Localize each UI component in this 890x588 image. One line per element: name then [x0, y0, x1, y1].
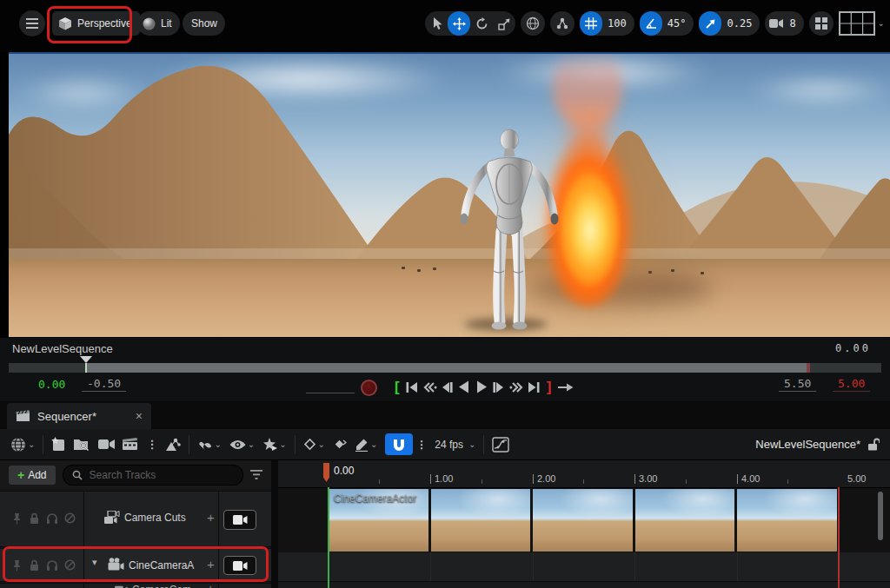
view-range-start-field[interactable]: -0.50 [82, 377, 126, 392]
chrome-mannequin-character[interactable] [448, 129, 569, 332]
add-section-icon[interactable]: + [207, 582, 214, 588]
camera-speed-control[interactable]: 8 [765, 11, 803, 36]
render-movie-button[interactable] [123, 438, 138, 451]
timeline-scrubber[interactable] [9, 363, 881, 373]
show-button[interactable]: Show [183, 11, 225, 36]
chevron-down-icon[interactable]: ⌄ [878, 19, 885, 28]
filter-icon[interactable] [250, 470, 262, 479]
pin-icon[interactable] [11, 512, 23, 525]
create-camera-button[interactable] [98, 439, 115, 450]
wrench-icon [197, 437, 212, 452]
chevron-down-icon: ⌄ [370, 440, 377, 449]
rotation-snap-toggle[interactable] [640, 11, 662, 36]
scrubber-playhead-handle[interactable] [80, 356, 92, 363]
viewport-maximize-widget[interactable]: ⌄ [839, 11, 885, 36]
playback-options-button[interactable]: ⌄ [262, 438, 286, 452]
scale-tool-button[interactable] [493, 11, 515, 36]
jump-to-end-button[interactable] [526, 380, 542, 394]
world-options-button[interactable]: ⌄ [10, 437, 35, 453]
auto-key-button[interactable] [333, 438, 347, 451]
rotation-snap-control[interactable]: 45° [640, 11, 694, 36]
step-back-button[interactable] [439, 380, 455, 394]
current-time-field[interactable]: 0.00 [38, 378, 65, 391]
add-section-icon[interactable]: + [207, 510, 215, 525]
grid-snap-value[interactable]: 100 [602, 17, 634, 30]
lit-button[interactable]: Lit [137, 11, 180, 36]
clip-thumbnail [431, 489, 534, 552]
minor-tick [686, 479, 687, 484]
snap-nodes-icon [555, 17, 569, 30]
lock-icon[interactable] [29, 512, 40, 525]
playback-end-field[interactable]: 5.00 [833, 377, 870, 392]
actions-button[interactable] [165, 438, 181, 452]
viewport-menu-button[interactable] [19, 10, 45, 36]
move-tool-button[interactable] [448, 11, 470, 36]
snapping-options-icon[interactable]: ⋮ [416, 439, 427, 451]
scale-snap-control[interactable]: 0.25 [699, 11, 760, 36]
rotate-tool-button[interactable] [470, 11, 493, 36]
outliner-divider[interactable] [271, 460, 278, 588]
camera-lock-toggle[interactable] [223, 510, 256, 530]
mute-icon[interactable] [64, 512, 76, 524]
camera-component-lane[interactable] [278, 582, 890, 588]
sequencer-track-area[interactable]: 1.00 2.00 3.00 4.00 5.00 0.00 CineCamera… [278, 460, 890, 588]
sequencer-playhead[interactable] [323, 463, 329, 482]
playback-end-bracket[interactable]: ] [543, 380, 555, 394]
grid-snap-control[interactable]: 100 [580, 11, 634, 36]
play-button[interactable] [474, 380, 490, 394]
next-key-button[interactable] [508, 380, 525, 394]
grid-snap-toggle[interactable] [580, 11, 602, 36]
scrubber-playhead-line[interactable] [85, 363, 87, 373]
lit-label: Lit [156, 17, 180, 30]
transform-tool-group [425, 11, 515, 36]
unlock-icon[interactable] [867, 438, 880, 451]
cine-camera-track-lane[interactable] [278, 552, 890, 582]
search-tracks-input[interactable] [88, 468, 234, 482]
edit-options-button[interactable]: ⌄ [355, 438, 377, 452]
close-icon[interactable]: × [136, 409, 143, 423]
track-row-camera-component[interactable]: CameraCom + [0, 583, 271, 588]
jump-to-front-button[interactable] [404, 380, 421, 394]
track-row-camera-cuts[interactable]: Camera Cuts + [0, 491, 271, 547]
view-range-end-field[interactable]: 5.50 [779, 377, 816, 392]
playback-start-bracket[interactable]: [ [391, 380, 403, 394]
surface-snapping-button[interactable] [550, 11, 575, 36]
level-viewport[interactable] [9, 52, 890, 337]
select-tool-button[interactable] [425, 11, 448, 36]
camera-cuts-label[interactable]: Camera Cuts [124, 512, 186, 524]
spinbox-underline[interactable] [306, 393, 355, 393]
step-forward-button[interactable] [491, 380, 508, 394]
solo-icon[interactable] [46, 512, 58, 524]
cursor-icon [431, 17, 442, 30]
search-tracks-box[interactable] [63, 465, 243, 486]
sequencer-tab-bar: Sequencer* × [0, 401, 890, 429]
kebab-menu-icon[interactable]: ⋮ [146, 438, 157, 451]
sequencer-settings-button[interactable]: ⌄ [197, 437, 221, 452]
fps-selector[interactable]: 24 fps ⌄ [435, 439, 475, 451]
timeline-ruler[interactable]: 1.00 2.00 3.00 4.00 5.00 0.00 [278, 460, 890, 488]
curve-editor-button[interactable] [492, 437, 509, 453]
browse-sequence-button[interactable] [74, 438, 90, 452]
viewport-layout-button[interactable] [809, 11, 834, 36]
camera-speed-value[interactable]: 8 [787, 17, 803, 30]
viewport-grid-icon [839, 11, 875, 36]
record-button[interactable] [361, 380, 377, 396]
sequencer-tab[interactable]: Sequencer* × [7, 403, 151, 429]
snapping-toggle-button[interactable] [385, 433, 413, 455]
chevron-down-icon: ⌄ [28, 440, 35, 449]
rotation-snap-value[interactable]: 45° [662, 17, 694, 30]
keyframe-options-button[interactable]: ⌄ [303, 438, 325, 451]
save-sequence-button[interactable] [51, 437, 66, 452]
camera-component-label[interactable]: CameraCom [132, 584, 191, 588]
playback-mode-button[interactable] [555, 380, 576, 394]
world-space-button[interactable] [521, 11, 545, 36]
view-options-button[interactable]: ⌄ [229, 439, 255, 450]
play-reverse-button[interactable] [456, 380, 473, 394]
vertical-scrollbar[interactable] [878, 492, 883, 540]
scale-snap-value[interactable]: 0.25 [721, 17, 760, 30]
previous-key-button[interactable] [422, 380, 438, 394]
scale-snap-toggle[interactable] [699, 11, 721, 36]
scrubber-active-range[interactable] [87, 363, 808, 373]
add-track-button[interactable]: + Add [9, 466, 56, 485]
chevron-down-icon: ⌄ [214, 440, 221, 449]
